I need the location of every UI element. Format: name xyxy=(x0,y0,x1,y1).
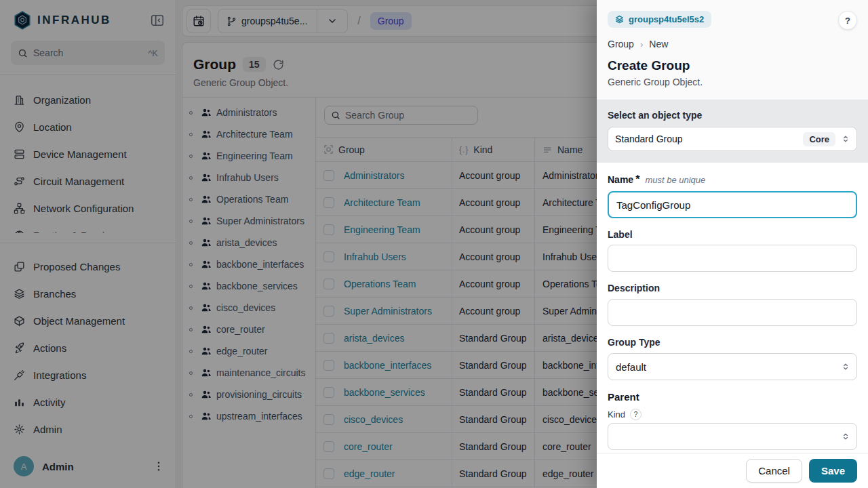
drawer-form: Name * must be unique Label Description … xyxy=(597,163,868,453)
name-input[interactable] xyxy=(608,191,857,218)
drawer-title: Create Group xyxy=(608,58,857,73)
kind-label: Kind xyxy=(608,409,625,420)
group-type-select[interactable]: default xyxy=(608,353,857,380)
description-input[interactable] xyxy=(608,299,857,326)
drawer-subtitle: Generic Group Object. xyxy=(608,77,857,87)
object-type-value: Standard Group xyxy=(615,134,803,144)
drawer-breadcrumb: Group › New xyxy=(608,39,857,49)
name-hint: must be unique xyxy=(645,175,705,185)
layers-icon xyxy=(615,15,624,24)
parent-kind-select[interactable] xyxy=(608,423,857,450)
chevron-up-down-icon xyxy=(841,134,850,144)
required-mark: * xyxy=(635,174,639,186)
label-label: Label xyxy=(608,229,857,240)
object-type-select[interactable]: Standard Group Core xyxy=(608,127,857,151)
group-type-label: Group Type xyxy=(608,337,857,348)
chevron-up-down-icon xyxy=(841,362,850,371)
chevron-right-icon: › xyxy=(640,39,643,49)
breadcrumb-parent[interactable]: Group xyxy=(608,39,634,49)
drawer-footer: Cancel Save xyxy=(597,453,868,488)
breadcrumb-current: New xyxy=(649,39,668,49)
object-type-label: Select an object type xyxy=(608,110,857,121)
cancel-button[interactable]: Cancel xyxy=(746,459,802,483)
kind-help-icon[interactable]: ? xyxy=(630,409,642,420)
drawer-branch-badge[interactable]: groupsp4tu5el5s2 xyxy=(608,11,711,28)
drawer-branch-name: groupsp4tu5el5s2 xyxy=(629,14,704,24)
core-badge: Core xyxy=(803,132,835,146)
save-button[interactable]: Save xyxy=(809,459,857,483)
create-group-drawer: groupsp4tu5el5s2 ? Group › New Create Gr… xyxy=(597,0,868,488)
chevron-up-down-icon xyxy=(841,432,850,441)
label-input[interactable] xyxy=(608,245,857,272)
drawer-header: groupsp4tu5el5s2 ? Group › New Create Gr… xyxy=(597,0,868,100)
object-type-section: Select an object type Standard Group Cor… xyxy=(597,100,868,163)
description-label: Description xyxy=(608,283,857,293)
group-type-value: default xyxy=(616,361,841,373)
help-button[interactable]: ? xyxy=(838,11,857,30)
parent-label: Parent xyxy=(608,391,857,403)
name-label: Name xyxy=(608,174,633,185)
